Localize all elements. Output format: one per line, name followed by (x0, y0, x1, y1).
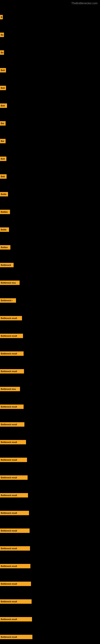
bar-row: Bottleneck result (0, 541, 100, 556)
bar-label: Bottleneck result (0, 635, 32, 639)
bar-row: Bottle (0, 187, 100, 201)
bar-row: Bottleneck (0, 258, 100, 272)
bar-row: Bottleneck result (0, 612, 100, 626)
bar-label: Bottleneck result (0, 564, 30, 568)
bar-label: Bott (0, 86, 6, 90)
bar-row: Bottleneck result (0, 470, 100, 484)
bar-row: Bott (0, 81, 100, 95)
bar-row: Bottleneck result (0, 346, 100, 361)
bar-row: Bottlen (0, 205, 100, 219)
bar-row: Bottleneck result (0, 506, 100, 520)
bar-row: Bottleneck resu (0, 382, 100, 396)
bar-label: Bottleneck result (0, 511, 29, 515)
bar-label: Bottleneck result (0, 352, 24, 356)
bar-row: B (0, 10, 100, 24)
bar-label: Bottleneck result (0, 369, 24, 374)
bar-label: Bottleneck result (0, 493, 28, 498)
bar-label: Bottleneck result (0, 546, 30, 550)
bar-label: Bottleneck result (0, 404, 24, 409)
bar-label: Bottleneck (0, 263, 14, 267)
bar-label: Bottleneck result (0, 440, 26, 444)
bar-label: Bo (0, 32, 4, 37)
bar-row: Bottleneck result (0, 524, 100, 538)
site-title: TheBottlenecker.com (71, 0, 100, 6)
bar-label: B (0, 15, 3, 19)
bar-label: Bo (0, 50, 4, 55)
bar-row: Bottle (0, 222, 100, 237)
bar-row: Bottleneck result (0, 453, 100, 467)
bar-row: Bottlen (0, 240, 100, 254)
bar-row: Bot (0, 134, 100, 148)
bar-row: Bot (0, 116, 100, 130)
bar-label: Bott (0, 104, 7, 108)
bar-label: Bottleneck result (0, 316, 22, 320)
bar-label: Bottleneck result (0, 599, 32, 604)
bar-label: Bottleneck resu (0, 280, 20, 285)
bar-label: Bot (0, 121, 6, 126)
bar-label: Bottleneck r (0, 298, 16, 303)
bar-label: Bottleneck result (0, 528, 30, 533)
bar-row: Bottleneck result (0, 418, 100, 432)
bar-label: Bottleneck result (0, 422, 24, 427)
bar-label: Bott (0, 174, 7, 179)
bar-label: Bottleneck result (0, 617, 32, 622)
bar-label: Bottle (0, 192, 8, 196)
bar-row: Bottleneck result (0, 311, 100, 325)
bar-label: Bottlen (0, 245, 10, 250)
bar-row: Bottleneck result (0, 630, 100, 644)
bar-row: Bottleneck r (0, 294, 100, 308)
bar-row: Bott (0, 152, 100, 166)
bar-row: Bottleneck result (0, 577, 100, 591)
bar-label: Bottleneck result (0, 582, 31, 586)
bar-label: Bot (0, 139, 6, 143)
bar-label: Bottle (0, 228, 9, 232)
bar-row: Bottleneck result (0, 364, 100, 378)
bar-label: Bottleneck result (0, 475, 28, 480)
bar-label: Bottleneck result (0, 458, 27, 462)
bar-label: Bott (0, 68, 6, 72)
bar-row: Bottleneck result (0, 594, 100, 608)
bar-label: Bottlen (0, 210, 10, 214)
bar-row: Bott (0, 98, 100, 113)
bar-row: Bottleneck result (0, 488, 100, 502)
bar-row: Bo (0, 46, 100, 60)
bar-row: Bottleneck result (0, 559, 100, 573)
bar-row: Bottleneck result (0, 329, 100, 343)
bar-row: Bott (0, 63, 100, 77)
bar-row: Bott (0, 170, 100, 184)
bar-row: Bottleneck resu (0, 276, 100, 290)
bar-row: Bottleneck result (0, 435, 100, 449)
bar-row: Bo (0, 28, 100, 42)
bar-row: Bottleneck result (0, 400, 100, 414)
bar-label: Bottleneck resu (0, 387, 20, 391)
bar-label: Bott (0, 156, 6, 161)
bar-label: Bottleneck result (0, 334, 23, 338)
